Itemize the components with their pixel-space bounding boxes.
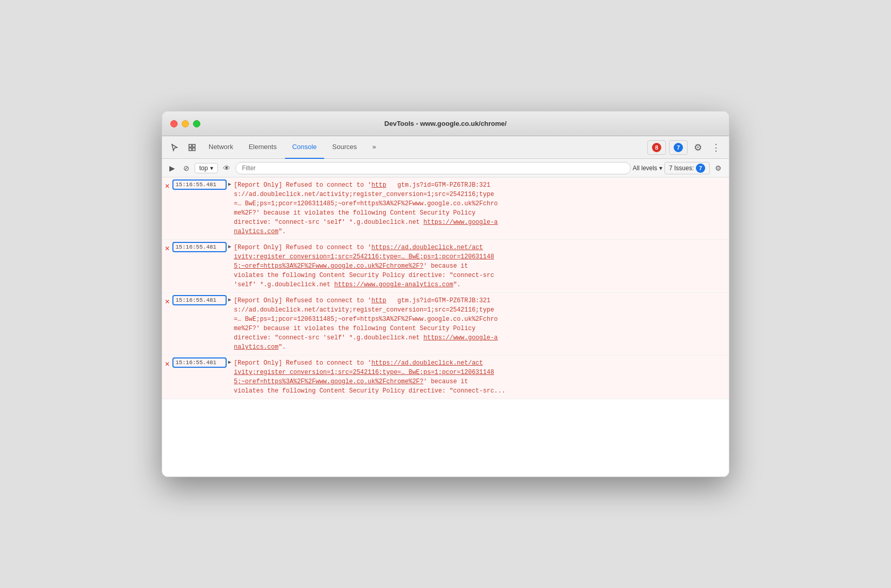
issues-count: 7 — [696, 164, 705, 173]
console-message: [Report Only] Refused to connect to 'htt… — [234, 242, 729, 290]
error-url[interactable]: https://ad.doubleclick.net/act ivity;reg… — [234, 244, 494, 270]
error-count: 8 — [652, 143, 661, 152]
timestamp: 15:16:55.481 — [172, 179, 227, 190]
expand-arrow[interactable]: ▶ — [227, 295, 234, 303]
eye-icon: 👁 — [223, 164, 230, 172]
chevron-down-icon: ▾ — [659, 165, 662, 172]
issues-label: 7 Issues: — [669, 165, 694, 172]
gear-icon: ⚙ — [715, 164, 722, 172]
play-button[interactable]: ▶ — [166, 162, 178, 174]
timestamp: 15:16:55.481 — [172, 295, 227, 305]
policy-url[interactable]: https://www.google-a nalytics.com — [234, 219, 498, 235]
close-button[interactable] — [170, 120, 178, 127]
maximize-button[interactable] — [193, 120, 200, 127]
eye-button[interactable]: 👁 — [220, 162, 233, 174]
svg-rect-1 — [193, 144, 195, 147]
inspect-icon[interactable] — [184, 141, 200, 154]
error-icon: ✕ — [162, 295, 172, 306]
window-title: DevTools - www.google.co.uk/chrome/ — [385, 120, 507, 127]
error-url[interactable]: http — [371, 182, 386, 189]
settings-button[interactable]: ⚙ — [690, 140, 706, 155]
timestamp: 15:16:55.481 — [172, 242, 227, 252]
error-badge-button[interactable]: 8 — [647, 140, 666, 155]
expand-arrow[interactable]: ▶ — [227, 357, 234, 365]
error-icon: ✕ — [162, 242, 172, 253]
console-output[interactable]: ✕ 15:16:55.481 ▶ [Report Only] Refused t… — [162, 177, 729, 477]
tab-sources[interactable]: Sources — [325, 136, 364, 159]
tab-more[interactable]: » — [365, 136, 383, 159]
main-toolbar: Network Elements Console Sources » 8 7 ⚙… — [162, 136, 729, 159]
info-count: 7 — [674, 143, 683, 152]
error-url[interactable]: http — [371, 297, 386, 304]
console-entry: ✕ 15:16:55.481 ▶ [Report Only] Refused t… — [162, 177, 729, 240]
console-message: [Report Only] Refused to connect to 'htt… — [234, 179, 729, 237]
svg-rect-2 — [189, 148, 192, 151]
svg-rect-3 — [193, 148, 195, 151]
levels-dropdown[interactable]: All levels ▾ — [633, 165, 662, 172]
more-options-button[interactable]: ⋮ — [707, 140, 725, 155]
issues-button[interactable]: 7 Issues: 7 — [664, 162, 710, 174]
devtools-window: DevTools - www.google.co.uk/chrome/ Netw… — [162, 111, 729, 477]
console-entry: ✕ 15:16:55.481 ▶ [Report Only] Refused t… — [162, 293, 729, 355]
tab-elements[interactable]: Elements — [242, 136, 284, 159]
console-message: [Report Only] Refused to connect to 'htt… — [234, 295, 729, 353]
info-badge-button[interactable]: 7 — [669, 140, 688, 155]
traffic-lights — [170, 120, 200, 127]
tab-console[interactable]: Console — [285, 136, 324, 159]
console-message: [Report Only] Refused to connect to 'htt… — [234, 357, 729, 397]
stop-icon: ⊘ — [183, 164, 189, 172]
levels-label: All levels — [633, 165, 657, 172]
console-settings-button[interactable]: ⚙ — [712, 162, 725, 174]
play-icon: ▶ — [169, 164, 175, 172]
filter-input[interactable] — [235, 162, 631, 174]
context-selector[interactable]: top ▾ — [195, 163, 218, 173]
svg-rect-0 — [189, 144, 192, 147]
cursor-icon[interactable] — [166, 141, 183, 154]
policy-url[interactable]: https://www.google-analytics.com — [334, 281, 453, 288]
gear-icon: ⚙ — [694, 142, 702, 153]
error-url[interactable]: https://ad.doubleclick.net/act ivity;reg… — [234, 360, 494, 385]
error-icon: ✕ — [162, 179, 172, 191]
context-label: top — [199, 165, 208, 172]
policy-url[interactable]: https://www.google-a nalytics.com — [234, 334, 498, 351]
more-icon: ⋮ — [711, 142, 721, 153]
expand-arrow[interactable]: ▶ — [227, 242, 234, 250]
tab-network[interactable]: Network — [201, 136, 241, 159]
minimize-button[interactable] — [182, 120, 189, 127]
console-entry: ✕ 15:16:55.481 ▶ [Report Only] Refused t… — [162, 240, 729, 293]
timestamp: 15:16:55.481 — [172, 357, 227, 368]
console-entry: ✕ 15:16:55.481 ▶ [Report Only] Refused t… — [162, 355, 729, 399]
expand-arrow[interactable]: ▶ — [227, 179, 234, 187]
chevron-down-icon: ▾ — [210, 165, 213, 172]
titlebar: DevTools - www.google.co.uk/chrome/ — [162, 111, 729, 136]
clear-button[interactable]: ⊘ — [180, 162, 193, 174]
console-toolbar: ▶ ⊘ top ▾ 👁 All levels ▾ 7 Issues: 7 ⚙ — [162, 159, 729, 177]
error-icon: ✕ — [162, 357, 172, 369]
